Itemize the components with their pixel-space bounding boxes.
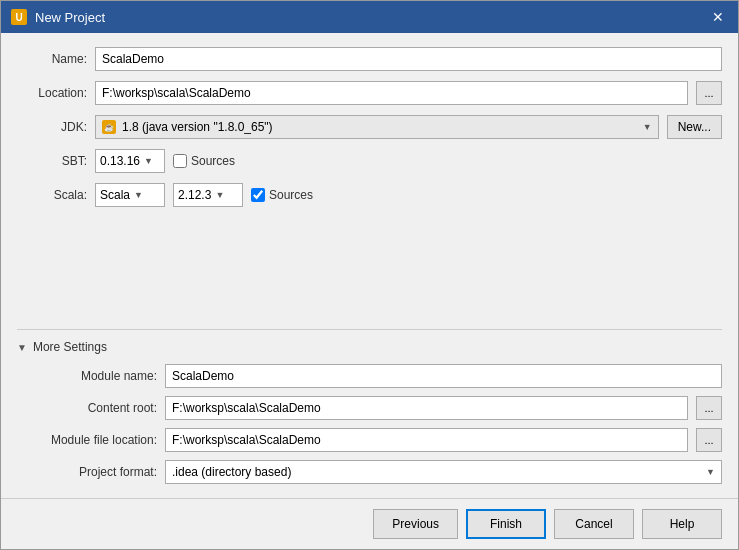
dialog-content: Name: Location: ... JDK: ☕ 1.8 (java ver… xyxy=(1,33,738,498)
help-button[interactable]: Help xyxy=(642,509,722,539)
location-input[interactable] xyxy=(95,81,688,105)
sbt-version-select[interactable]: 0.13.16 ▼ xyxy=(95,149,165,173)
content-root-row: Content root: ... xyxy=(27,396,722,420)
scala-sources-group: Sources xyxy=(251,188,313,202)
module-file-label: Module file location: xyxy=(27,433,157,447)
sbt-row: SBT: 0.13.16 ▼ Sources xyxy=(17,149,722,173)
jdk-icon: ☕ xyxy=(102,120,116,134)
module-name-input[interactable] xyxy=(165,364,722,388)
name-row: Name: xyxy=(17,47,722,71)
module-file-input[interactable] xyxy=(165,428,688,452)
more-settings-triangle-icon: ▼ xyxy=(17,342,27,353)
content-root-input[interactable] xyxy=(165,396,688,420)
new-project-dialog: U New Project ✕ Name: Location: ... JDK:… xyxy=(0,0,739,550)
title-bar: U New Project ✕ xyxy=(1,1,738,33)
scala-version-chevron-icon: ▼ xyxy=(215,190,224,200)
scala-sources-label: Sources xyxy=(269,188,313,202)
location-label: Location: xyxy=(17,86,87,100)
more-settings-content: Module name: Content root: ... Module fi… xyxy=(17,364,722,484)
dialog-title: New Project xyxy=(35,10,105,25)
sbt-version-value: 0.13.16 xyxy=(100,154,140,168)
dialog-icon: U xyxy=(11,9,27,25)
name-input[interactable] xyxy=(95,47,722,71)
scala-version-group-select[interactable]: Scala ▼ xyxy=(95,183,165,207)
more-settings-title: More Settings xyxy=(33,340,107,354)
jdk-new-button[interactable]: New... xyxy=(667,115,722,139)
scala-label: Scala: xyxy=(17,188,87,202)
scala-row: Scala: Scala ▼ 2.12.3 ▼ Sources xyxy=(17,183,722,207)
scala-sources-checkbox[interactable] xyxy=(251,188,265,202)
cancel-button[interactable]: Cancel xyxy=(554,509,634,539)
module-name-label: Module name: xyxy=(27,369,157,383)
scala-version-select[interactable]: 2.12.3 ▼ xyxy=(173,183,243,207)
content-root-label: Content root: xyxy=(27,401,157,415)
sbt-sources-label: Sources xyxy=(191,154,235,168)
close-button[interactable]: ✕ xyxy=(708,7,728,27)
project-format-value: .idea (directory based) xyxy=(172,465,291,479)
project-format-chevron-icon: ▼ xyxy=(706,467,715,477)
sbt-label: SBT: xyxy=(17,154,87,168)
dialog-footer: Previous Finish Cancel Help xyxy=(1,498,738,549)
sbt-chevron-icon: ▼ xyxy=(144,156,153,166)
module-file-browse-button[interactable]: ... xyxy=(696,428,722,452)
project-format-select[interactable]: .idea (directory based) ▼ xyxy=(165,460,722,484)
jdk-chevron-icon: ▼ xyxy=(643,122,652,132)
more-settings-section: ▼ More Settings Module name: Content roo… xyxy=(17,329,722,484)
jdk-value: 1.8 (java version "1.8.0_65") xyxy=(122,120,273,134)
scala-version-value: 2.12.3 xyxy=(178,188,211,202)
content-root-browse-button[interactable]: ... xyxy=(696,396,722,420)
scala-version-group-value: Scala xyxy=(100,188,130,202)
title-bar-left: U New Project xyxy=(11,9,105,25)
location-row: Location: ... xyxy=(17,81,722,105)
finish-button[interactable]: Finish xyxy=(466,509,546,539)
jdk-row: JDK: ☕ 1.8 (java version "1.8.0_65") ▼ N… xyxy=(17,115,722,139)
jdk-select[interactable]: ☕ 1.8 (java version "1.8.0_65") ▼ xyxy=(95,115,659,139)
more-settings-header[interactable]: ▼ More Settings xyxy=(17,340,722,354)
jdk-label: JDK: xyxy=(17,120,87,134)
sbt-sources-group: Sources xyxy=(173,154,235,168)
project-format-row: Project format: .idea (directory based) … xyxy=(27,460,722,484)
module-file-row: Module file location: ... xyxy=(27,428,722,452)
jdk-select-inner: ☕ 1.8 (java version "1.8.0_65") xyxy=(102,120,273,134)
sbt-sources-checkbox[interactable] xyxy=(173,154,187,168)
location-browse-button[interactable]: ... xyxy=(696,81,722,105)
spacer xyxy=(17,217,722,319)
previous-button[interactable]: Previous xyxy=(373,509,458,539)
project-format-label: Project format: xyxy=(27,465,157,479)
name-label: Name: xyxy=(17,52,87,66)
module-name-row: Module name: xyxy=(27,364,722,388)
scala-group-chevron-icon: ▼ xyxy=(134,190,143,200)
